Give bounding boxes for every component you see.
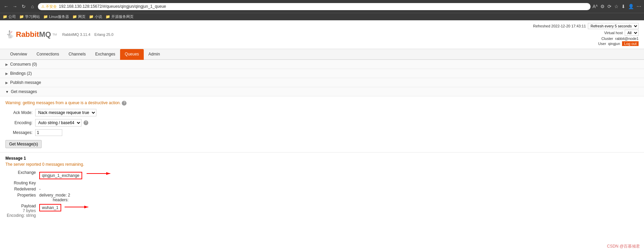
forward-button[interactable]: → [12,3,18,10]
redelivered-row: Redelivered - [5,187,639,191]
messages-label: Messages: [5,130,32,135]
consumers-arrow: ▶ [5,63,8,66]
payload-row: Payload 7 bytes Encoding: string wuhan_1 [5,204,639,218]
favorites-button[interactable]: ☆ [614,4,619,9]
server-report: The server reported 0 messages remaining… [5,162,639,167]
nav-channels[interactable]: Channels [64,49,91,60]
user-label: User [598,42,606,46]
logo-tm: TM [52,33,57,36]
nav-admin[interactable]: Admin [144,49,165,60]
bookmark-opensource[interactable]: 📁 开源服务网页 [106,14,134,19]
get-messages-label: Get messages [11,89,37,94]
exchange-row: Exchange qingjun_1_exchange [5,170,639,179]
user-row: User qingjun Log out [598,41,639,46]
encoding-row: Encoding: Auto string / base64 Base64 ? [5,119,639,127]
bookmark-company[interactable]: 📁 公司 [3,14,16,19]
help-icon[interactable]: ? [122,101,127,106]
nav-exchanges[interactable]: Exchanges [90,49,120,60]
bookmark-webpage[interactable]: 📁 网页 [72,14,86,19]
reading-mode-button[interactable]: Aᴬ [593,4,598,9]
virtual-host-select[interactable]: All [625,30,639,36]
properties-headers: headers: [53,198,69,202]
header-right: Refreshed 2022-12-20 17:43:11 Refresh ev… [533,23,639,46]
consumers-label: Consumers (0) [10,62,37,67]
virtual-host-row: Virtual host All [604,30,639,36]
cluster-label: Cluster [601,37,613,41]
refresh-row: Refreshed 2022-12-20 17:43:11 Refresh ev… [533,23,639,29]
ack-mode-label: Ack Mode: [5,110,32,115]
back-button[interactable]: ← [3,3,9,10]
redelivered-value: - [39,187,41,191]
bookmark-label: 开源服务网页 [111,14,134,19]
payload-label: Payload 7 bytes Encoding: string [5,204,36,218]
url-text: 192.168.130.128:15672/#/queues/qingjun/q… [59,4,166,9]
payload-red-arrow-icon [65,204,92,211]
folder-icon: 📁 [72,15,77,19]
properties-delivery-mode: delivery_mode: 2 [39,193,70,198]
exchange-value: qingjun_1_exchange [39,170,114,179]
cluster-row: Cluster rabbit@node1 [601,37,639,41]
ack-mode-row: Ack Mode: Nack message requeue true Ack … [5,109,639,116]
logout-button[interactable]: Log out [622,41,639,46]
properties-value: delivery_mode: 2 headers: [39,193,70,202]
message-result: Message 1 The server reported 0 messages… [0,153,644,223]
address-bar[interactable]: ⚠ 不安全 192.168.130.128:15672/#/queues/qin… [38,3,591,10]
refreshed-timestamp: Refreshed 2022-12-20 17:43:11 [533,24,586,28]
download-button[interactable]: ⬇ [621,4,625,9]
messages-row: Messages: [5,129,639,136]
payload-label-text: Payload [5,204,36,208]
bindings-section-header[interactable]: ▶ Bindings (2) [0,69,644,78]
payload-box: wuhan_1 [39,204,61,211]
routing-key-row: Routing Key [5,181,639,185]
bookmark-label: 网页 [78,14,86,19]
logo: 🐇 RabbitMQ TM [5,30,57,39]
payload-value-section: wuhan_1 [39,204,92,211]
extensions-button[interactable]: ⚙ [600,4,605,9]
bookmark-study[interactable]: 📁 学习网站 [19,14,40,19]
bookmark-novel[interactable]: 📁 小说 [89,14,102,19]
main-nav: Overview Connections Channels Exchanges … [0,49,644,60]
logo-text: RabbitMQ [16,30,51,39]
rabbitmq-version: RabbitMQ 3.11.4 [62,32,90,37]
bookmark-label: 学习网站 [25,14,40,19]
folder-icon: 📁 [89,15,94,19]
warning-message: Warning: getting messages from a queue i… [5,100,121,105]
nav-queues[interactable]: Queues [120,49,144,60]
refresh-button[interactable]: ↻ [20,3,27,10]
publish-section-header[interactable]: ▶ Publish message [0,78,644,87]
version-info: RabbitMQ 3.11.4 Erlang 25.0 [62,32,113,37]
properties-label: Properties [5,193,36,198]
folder-icon: 📁 [19,15,24,19]
payload-encoding: Encoding: string [5,213,36,218]
encoding-select[interactable]: Auto string / base64 Base64 [35,119,82,127]
bindings-arrow: ▶ [5,72,8,75]
menu-button[interactable]: ⋯ [637,4,641,9]
refresh-page-button[interactable]: ⟳ [607,4,612,9]
bookmarks-bar: 📁 公司 📁 学习网站 📁 Linux服务器 📁 网页 📁 小说 📁 开源服务网… [0,13,644,20]
rabbit-icon: 🐇 [5,30,15,39]
ack-mode-select[interactable]: Nack message requeue true Ack message re… [35,109,96,116]
folder-icon: 📁 [43,15,48,19]
refresh-select[interactable]: Refresh every 5 seconds [588,23,639,29]
encoding-label: Encoding: [5,120,32,125]
erlang-version: Erlang 25.0 [94,32,113,37]
main-content: ▶ Consumers (0) ▶ Bindings (2) ▶ Publish… [0,60,644,223]
encoding-help-icon[interactable]: ? [84,120,88,125]
get-messages-button[interactable]: Get Message(s) [5,140,42,148]
exchange-label: Exchange [5,170,36,175]
bookmark-linux[interactable]: 📁 Linux服务器 [43,14,69,19]
nav-overview[interactable]: Overview [5,49,32,60]
messages-input[interactable] [35,129,62,136]
get-messages-section-header[interactable]: ▼ Get messages [0,87,644,96]
publish-arrow: ▶ [5,81,8,85]
browser-chrome: ← → ↻ ⌂ ⚠ 不安全 192.168.130.128:15672/#/qu… [0,0,644,20]
warning-text: Warning: getting messages from a queue i… [5,100,639,106]
bookmark-label: 公司 [8,14,16,19]
nav-connections[interactable]: Connections [32,49,64,60]
routing-key-label: Routing Key [5,181,36,185]
home-button[interactable]: ⌂ [29,3,36,10]
profile-button[interactable]: 👤 [628,4,634,9]
folder-icon: 📁 [3,15,7,19]
consumers-section-header[interactable]: ▶ Consumers (0) [0,60,644,69]
get-messages-arrow: ▼ [5,90,9,94]
